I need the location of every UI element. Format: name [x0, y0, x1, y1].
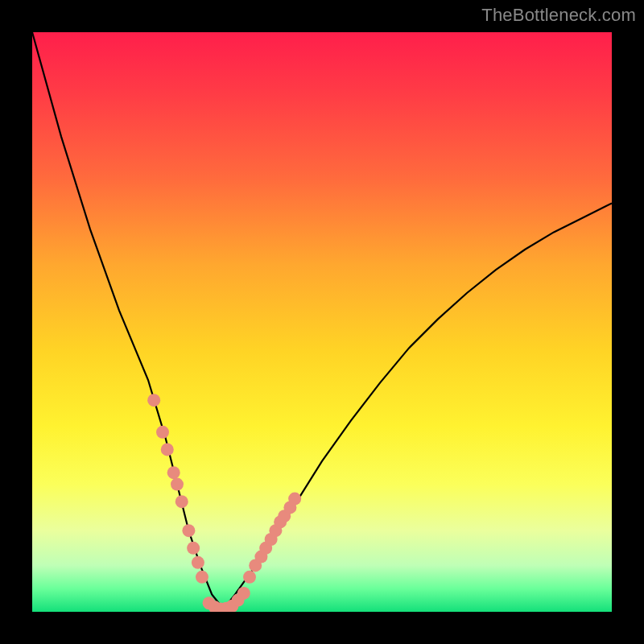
data-point — [243, 571, 256, 584]
data-point — [182, 524, 195, 537]
data-point — [156, 426, 169, 439]
bottleneck-curve — [32, 32, 612, 609]
bottleneck-chart: TheBottleneck.com — [0, 0, 644, 644]
data-point — [187, 542, 200, 555]
curve-points-left — [147, 394, 208, 584]
data-point — [161, 443, 174, 456]
watermark-label: TheBottleneck.com — [481, 5, 636, 26]
data-point — [175, 495, 188, 508]
data-point — [167, 466, 180, 479]
curve-points-right — [243, 493, 301, 584]
data-point — [196, 571, 208, 584]
data-point — [192, 556, 204, 569]
data-point — [237, 587, 250, 600]
curve-layer — [32, 32, 612, 612]
plot-area — [32, 32, 612, 612]
data-point — [147, 394, 160, 407]
data-point — [171, 478, 184, 491]
data-point — [288, 493, 301, 506]
